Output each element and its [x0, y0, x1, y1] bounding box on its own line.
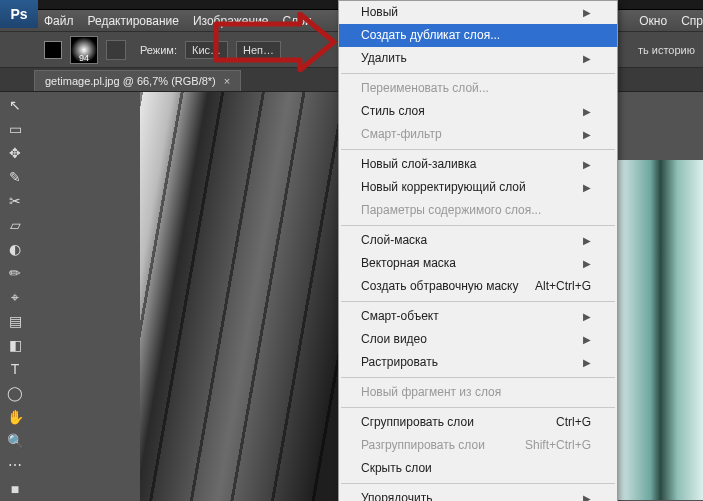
menu-item-label: Новый фрагмент из слоя	[361, 385, 501, 400]
submenu-arrow-icon: ▶	[583, 157, 591, 172]
menu-window[interactable]: Окно	[639, 14, 667, 28]
menu-item-label: Векторная маска	[361, 256, 456, 271]
menu-item-22[interactable]: Сгруппировать слоиCtrl+G	[339, 411, 617, 434]
brush-preview[interactable]: 94	[70, 36, 98, 64]
menu-item-label: Новый корректирующий слой	[361, 180, 526, 195]
menu-item-label: Упорядочить	[361, 491, 432, 501]
menu-item-9[interactable]: Новый корректирующий слой▶	[339, 176, 617, 199]
menu-item-label: Новый слой-заливка	[361, 157, 476, 172]
opacity-select[interactable]: Неп…	[236, 41, 281, 59]
submenu-arrow-icon: ▶	[583, 127, 591, 142]
menu-item-23: Разгруппировать слоиShift+Ctrl+G	[339, 434, 617, 457]
submenu-arrow-icon: ▶	[583, 332, 591, 347]
canvas-image-right	[618, 160, 703, 500]
submenu-arrow-icon: ▶	[583, 355, 591, 370]
menu-image[interactable]: Изображение	[193, 14, 269, 28]
menu-separator	[341, 377, 615, 378]
tool-15[interactable]: ⋯	[2, 454, 28, 476]
menu-file[interactable]: Файл	[44, 14, 74, 28]
document-tab[interactable]: getimage.pl.jpg @ 66,7% (RGB/8*) ×	[34, 70, 241, 91]
menu-item-shortcut: Shift+Ctrl+G	[525, 438, 591, 453]
history-hint: ть историю	[638, 44, 695, 56]
menu-item-label: Сгруппировать слои	[361, 415, 474, 430]
menu-item-16[interactable]: Смарт-объект▶	[339, 305, 617, 328]
menu-item-shortcut: Ctrl+G	[556, 415, 591, 430]
menu-item-label: Удалить	[361, 51, 407, 66]
menu-item-10: Параметры содержимого слоя...	[339, 199, 617, 222]
menu-separator	[341, 483, 615, 484]
tool-0[interactable]: ↖	[2, 94, 28, 116]
menu-item-18[interactable]: Растрировать▶	[339, 351, 617, 374]
menu-item-6: Смарт-фильтр▶	[339, 123, 617, 146]
menu-item-1[interactable]: Создать дубликат слоя...	[339, 24, 617, 47]
menu-item-5[interactable]: Стиль слоя▶	[339, 100, 617, 123]
menu-item-4: Переименовать слой...	[339, 77, 617, 100]
submenu-arrow-icon: ▶	[583, 491, 591, 501]
tool-8[interactable]: ⌖	[2, 286, 28, 308]
tool-2[interactable]: ✥	[2, 142, 28, 164]
menu-item-20: Новый фрагмент из слоя	[339, 381, 617, 404]
submenu-arrow-icon: ▶	[583, 256, 591, 271]
menu-item-shortcut: Alt+Ctrl+G	[535, 279, 591, 294]
menu-edit[interactable]: Редактирование	[88, 14, 179, 28]
tool-5[interactable]: ▱	[2, 214, 28, 236]
mode-select[interactable]: Кис…	[185, 41, 228, 59]
menu-separator	[341, 73, 615, 74]
menu-item-label: Слой-маска	[361, 233, 427, 248]
menu-item-13[interactable]: Векторная маска▶	[339, 252, 617, 275]
menu-item-label: Скрыть слои	[361, 461, 432, 476]
close-icon[interactable]: ×	[224, 75, 230, 87]
menu-item-2[interactable]: Удалить▶	[339, 47, 617, 70]
menu-item-label: Переименовать слой...	[361, 81, 489, 96]
tool-16[interactable]: ■	[2, 478, 28, 500]
tool-6[interactable]: ◐	[2, 238, 28, 260]
menu-item-label: Слои видео	[361, 332, 427, 347]
menu-item-8[interactable]: Новый слой-заливка▶	[339, 153, 617, 176]
submenu-arrow-icon: ▶	[583, 51, 591, 66]
tool-9[interactable]: ▤	[2, 310, 28, 332]
menu-item-26[interactable]: Упорядочить▶	[339, 487, 617, 501]
tool-10[interactable]: ◧	[2, 334, 28, 356]
submenu-arrow-icon: ▶	[583, 180, 591, 195]
menu-separator	[341, 301, 615, 302]
foreground-swatch[interactable]	[44, 41, 62, 59]
canvas-image-left	[140, 92, 340, 501]
tool-13[interactable]: ✋	[2, 406, 28, 428]
menu-item-label: Создать дубликат слоя...	[361, 28, 500, 43]
menu-help[interactable]: Спр	[681, 14, 703, 28]
tool-14[interactable]: 🔍	[2, 430, 28, 452]
menu-item-label: Смарт-фильтр	[361, 127, 442, 142]
menu-item-label: Создать обтравочную маску	[361, 279, 519, 294]
layers-context-menu: Новый▶Создать дубликат слоя...Удалить▶Пе…	[338, 0, 618, 501]
tool-1[interactable]: ▭	[2, 118, 28, 140]
menu-item-14[interactable]: Создать обтравочную маскуAlt+Ctrl+G	[339, 275, 617, 298]
tool-3[interactable]: ✎	[2, 166, 28, 188]
tool-12[interactable]: ◯	[2, 382, 28, 404]
menu-item-17[interactable]: Слои видео▶	[339, 328, 617, 351]
menu-item-label: Параметры содержимого слоя...	[361, 203, 541, 218]
menu-separator	[341, 225, 615, 226]
menu-item-12[interactable]: Слой-маска▶	[339, 229, 617, 252]
menu-item-label: Стиль слоя	[361, 104, 425, 119]
menu-item-label: Новый	[361, 5, 398, 20]
menu-separator	[341, 149, 615, 150]
toolbox: ↖▭✥✎✂▱◐✏⌖▤◧T◯✋🔍⋯■	[2, 92, 32, 501]
menu-item-label: Смарт-объект	[361, 309, 439, 324]
submenu-arrow-icon: ▶	[583, 5, 591, 20]
brush-panel-icon[interactable]	[106, 40, 126, 60]
app-logo: Ps	[0, 0, 38, 28]
menu-item-0[interactable]: Новый▶	[339, 1, 617, 24]
menu-layers[interactable]: Слои	[283, 14, 312, 28]
mode-label: Режим:	[140, 44, 177, 56]
tool-4[interactable]: ✂	[2, 190, 28, 212]
document-tab-title: getimage.pl.jpg @ 66,7% (RGB/8*)	[45, 75, 216, 87]
submenu-arrow-icon: ▶	[583, 104, 591, 119]
menu-item-label: Растрировать	[361, 355, 438, 370]
menu-item-24[interactable]: Скрыть слои	[339, 457, 617, 480]
menu-item-label: Разгруппировать слои	[361, 438, 485, 453]
submenu-arrow-icon: ▶	[583, 233, 591, 248]
menu-separator	[341, 407, 615, 408]
tool-7[interactable]: ✏	[2, 262, 28, 284]
brush-size-label: 94	[79, 53, 89, 63]
tool-11[interactable]: T	[2, 358, 28, 380]
